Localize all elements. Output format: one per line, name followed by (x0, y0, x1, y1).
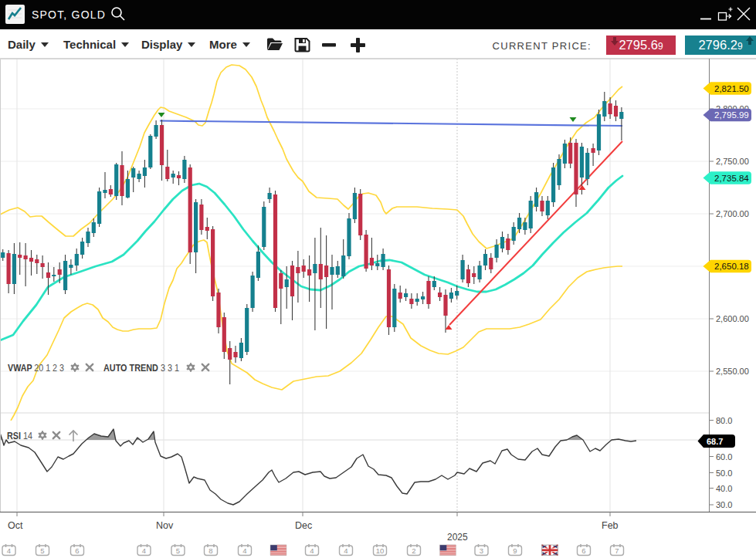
svg-text:10: 10 (376, 546, 385, 555)
svg-text:2,600.00: 2,600.00 (716, 314, 749, 323)
svg-text:6: 6 (581, 546, 585, 555)
svg-text:Feb: Feb (602, 520, 619, 531)
svg-text:30.0: 30.0 (716, 500, 732, 509)
svg-text:2,821.50: 2,821.50 (714, 84, 749, 93)
svg-text:2,750.00: 2,750.00 (716, 157, 749, 166)
svg-text:2,795.99: 2,795.99 (714, 110, 749, 120)
svg-text:68.7: 68.7 (707, 437, 723, 446)
svg-text:3: 3 (480, 546, 483, 555)
svg-text:5: 5 (40, 546, 44, 555)
svg-text:Oct: Oct (8, 520, 23, 531)
svg-text:4: 4 (142, 546, 146, 555)
svg-text:AUTO TREND 3 3 1: AUTO TREND 3 3 1 (103, 363, 179, 374)
svg-text:4: 4 (7, 546, 11, 555)
svg-text:9: 9 (513, 546, 517, 555)
svg-text:2,550.00: 2,550.00 (716, 367, 749, 376)
svg-text:Dec: Dec (295, 520, 312, 531)
svg-text:2025: 2025 (447, 532, 468, 543)
svg-text:4: 4 (242, 546, 246, 555)
svg-text:6: 6 (75, 546, 79, 555)
svg-text:60.0: 60.0 (716, 452, 732, 462)
svg-text:8: 8 (208, 546, 212, 555)
svg-text:5: 5 (176, 546, 180, 555)
svg-text:50.0: 50.0 (716, 468, 732, 478)
svg-text:2,735.84: 2,735.84 (714, 174, 749, 183)
svg-text:2: 2 (412, 546, 415, 555)
svg-text:4: 4 (310, 546, 314, 555)
svg-text:Nov: Nov (156, 520, 174, 531)
svg-text:80.0: 80.0 (716, 416, 732, 425)
svg-text:2,700.00: 2,700.00 (716, 209, 749, 218)
svg-text:7: 7 (615, 546, 619, 555)
svg-text:4: 4 (344, 546, 347, 555)
svg-text:VWAP 20 1 2 3: VWAP 20 1 2 3 (8, 363, 64, 374)
svg-text:40.0: 40.0 (716, 484, 732, 493)
svg-text:RSI 14: RSI 14 (7, 431, 32, 441)
svg-text:2,650.18: 2,650.18 (714, 262, 749, 271)
